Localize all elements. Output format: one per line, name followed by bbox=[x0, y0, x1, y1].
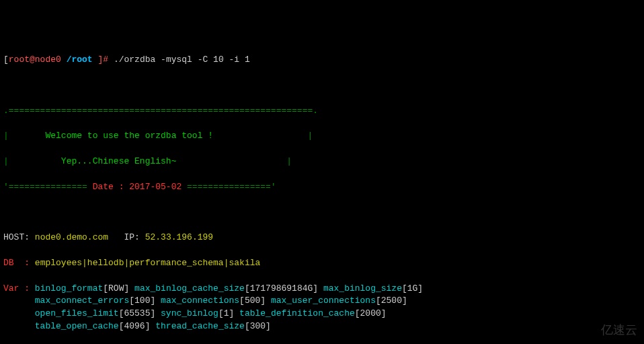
var-value: [4096] bbox=[119, 321, 151, 331]
var-name: max_connections bbox=[161, 296, 239, 306]
prompt-close: ]# bbox=[97, 55, 108, 65]
banner-yep-line: | Yep...Chinese English~ | bbox=[3, 156, 641, 168]
var-value: [ROW] bbox=[103, 283, 129, 294]
var-value: [1] bbox=[218, 308, 234, 318]
var-name: max_binlog_cache_size bbox=[134, 283, 245, 294]
var-name: sync_binlog bbox=[161, 308, 218, 318]
banner-welcome-line: | Welcome to use the orzdba tool ! | bbox=[3, 130, 641, 143]
host-ip: 52.33.196.199 bbox=[145, 232, 213, 242]
db-list: employees|hellodb|performance_schema|sak… bbox=[35, 258, 260, 268]
var-value: [1G] bbox=[402, 283, 423, 294]
var-name: max_user_connections bbox=[271, 296, 376, 306]
date-text: Date : 2017-05-02 bbox=[93, 182, 182, 192]
prompt-path: /root bbox=[67, 55, 93, 65]
var-line: max_connect_errors[100] max_connections[… bbox=[3, 295, 641, 308]
welcome-text: Welcome to use the orzdba tool ! bbox=[45, 131, 213, 141]
var-name: binlog_format bbox=[35, 283, 103, 294]
banner-date-line: '=============== Date : 2017-05-02 =====… bbox=[3, 181, 641, 194]
blank-line bbox=[3, 207, 641, 219]
watermark: 亿速云 bbox=[601, 321, 637, 339]
var-name: open_files_limit bbox=[35, 308, 119, 318]
var-value: [100] bbox=[129, 296, 155, 306]
var-value: [65535] bbox=[119, 308, 156, 318]
var-value: [500] bbox=[239, 296, 266, 306]
var-name: table_definition_cache bbox=[239, 308, 355, 318]
var-line: Var : binlog_format[ROW] max_binlog_cach… bbox=[3, 283, 641, 296]
var-value: [2500] bbox=[376, 296, 407, 306]
blank-line bbox=[3, 79, 641, 92]
prompt-line: [root@node0 /root ]# ./orzdba -mysql -C … bbox=[3, 54, 641, 67]
var-name: table_open_cache bbox=[35, 321, 119, 331]
var-line: table_open_cache[4096] thread_cache_size… bbox=[3, 320, 641, 333]
banner-top: .=======================================… bbox=[3, 105, 641, 118]
vars-block: Var : binlog_format[ROW] max_binlog_cach… bbox=[3, 283, 641, 333]
db-line: DB : employees|hellodb|performance_schem… bbox=[3, 257, 641, 270]
var-name: max_binlog_size bbox=[323, 283, 402, 294]
var-line: open_files_limit[65535] sync_binlog[1] t… bbox=[3, 308, 641, 320]
var-name: thread_cache_size bbox=[155, 321, 245, 331]
prompt-user: root@node0 bbox=[9, 55, 61, 65]
command-text: ./orzdba -mysql -C 10 -i 1 bbox=[114, 55, 250, 65]
var-value: [17179869184G] bbox=[245, 283, 318, 294]
var-label: Var : bbox=[3, 283, 30, 294]
yep-text: Yep...Chinese English~ bbox=[61, 156, 177, 166]
host-line: HOST: node0.demo.com IP: 52.33.196.199 bbox=[3, 232, 641, 244]
host-name: node0.demo.com bbox=[35, 232, 108, 242]
var-name: max_connect_errors bbox=[35, 296, 129, 306]
var-value: [300] bbox=[245, 321, 271, 331]
var-value: [2000] bbox=[355, 308, 387, 318]
